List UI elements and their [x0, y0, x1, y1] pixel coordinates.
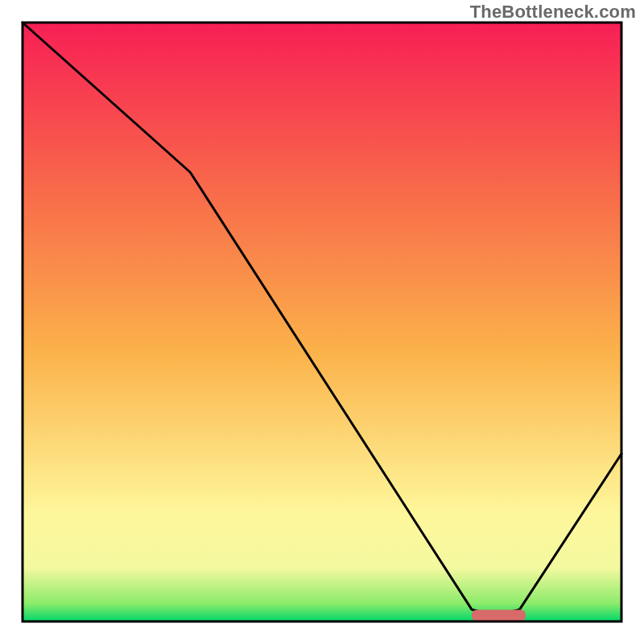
sweet-spot-marker	[472, 610, 526, 621]
chart-container: TheBottleneck.com	[0, 0, 644, 644]
watermark-text: TheBottleneck.com	[470, 2, 636, 23]
bottleneck-chart	[0, 0, 644, 644]
plot-background	[23, 23, 621, 621]
